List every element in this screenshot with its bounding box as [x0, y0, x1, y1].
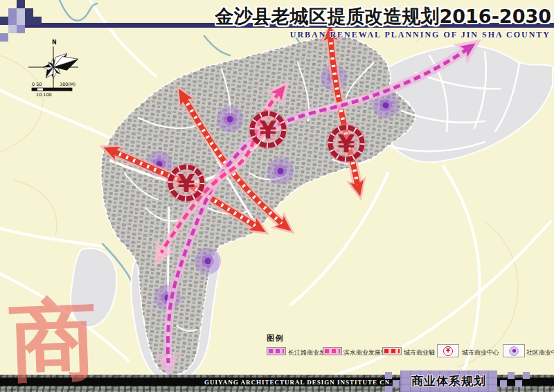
legend-label-city-center: 城市商业中心 — [462, 348, 499, 357]
yuan-symbol: ¥ — [337, 130, 355, 158]
legend-label-binshui-belt: 滨水商业发展带 — [343, 348, 387, 357]
scale-left-label: 0 50 — [32, 82, 42, 87]
yuan-circle-icon: ¥ — [443, 346, 453, 356]
footer-pixel — [523, 372, 530, 379]
plan-name-box: 商业体系规划 — [400, 371, 497, 392]
city-commercial-center: ¥ — [166, 163, 206, 203]
community-commercial-center — [195, 248, 221, 274]
compass-north-label: N — [52, 39, 57, 46]
legend-swatch-community-center — [503, 344, 525, 357]
logo-mosaic-icon — [0, 0, 48, 48]
legend-swatch-city-center: ¥ — [437, 344, 459, 357]
city-commercial-center: ¥ — [248, 109, 288, 150]
footer-pixel — [385, 386, 392, 392]
footer-pixel — [393, 380, 400, 387]
city-commercial-center: ¥ — [326, 123, 366, 163]
legend-swatch-commercial-axis — [382, 347, 402, 355]
footer-pixel — [500, 380, 507, 387]
legend-title: 图例 — [267, 333, 285, 344]
yuan-symbol: ¥ — [259, 116, 276, 144]
community-dot-icon — [512, 349, 516, 353]
community-commercial-center — [217, 106, 243, 132]
plan-name-label: 商业体系规划 — [411, 373, 486, 389]
community-commercial-center — [267, 158, 294, 184]
plan-title: 金沙县老城区提质改造规划2016-2030 — [215, 4, 552, 29]
legend-label-commercial-axis: 城市商业轴 — [404, 348, 435, 357]
footer-pixel — [515, 380, 522, 387]
community-circle-icon — [509, 346, 519, 356]
scale-right-label: 300(M) — [60, 82, 75, 87]
yuan-symbol: ¥ — [446, 348, 450, 354]
company-name: GUIYANG ARCHITECTURAL DESIGN INSTITUTE C… — [204, 379, 409, 386]
scale-bottom-label: 10 100 — [36, 92, 52, 98]
plan-sheet: ¥¥¥ N 0 50 300(M) 10 100 金沙县 — [0, 0, 554, 392]
footer-pixel — [385, 372, 392, 379]
plan-subtitle: URBAN RENEWAL PLANNING OF JIN SHA COUNTY — [290, 30, 551, 40]
legend-label-community-center: 社区商业中心 — [526, 348, 554, 357]
footer-pixel — [508, 372, 515, 379]
legend: 图例 长江路商业发展带 滨水商业发展带 城市商业轴 ¥ 城市商业中心 社区商业中… — [267, 333, 553, 361]
yuan-symbol: ¥ — [177, 169, 195, 197]
legend-swatch-binshui-belt — [323, 347, 342, 355]
legend-swatch-changjiang-belt — [267, 347, 286, 355]
